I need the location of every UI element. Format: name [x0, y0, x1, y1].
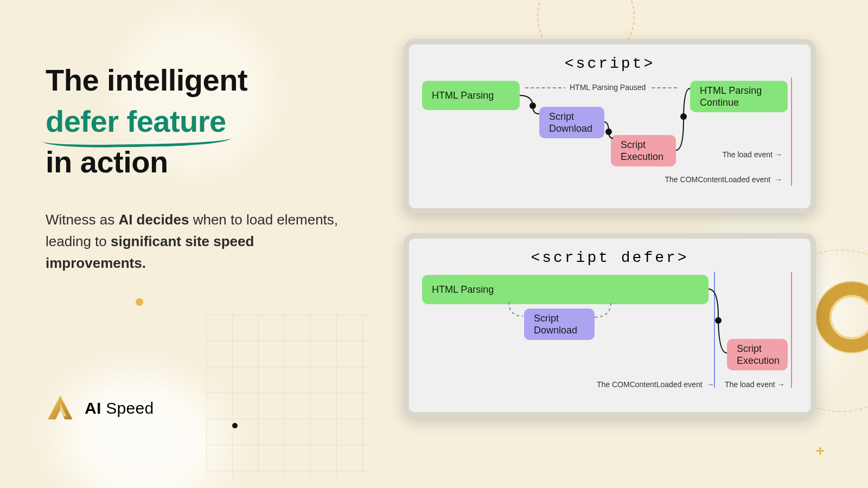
caption-domcontentloaded: The COMContentLoaded event →: [597, 380, 714, 389]
brand-name-rest: Speed: [101, 399, 154, 417]
connector-dot-icon: [605, 129, 612, 135]
subcopy-bold: AI decides: [118, 211, 189, 228]
block-label: Script Download: [549, 111, 592, 135]
block-label: HTML Parsing: [432, 89, 494, 102]
headline-accent: defer feature: [46, 101, 226, 142]
block-label: Script Execution: [737, 343, 780, 367]
block-label: Script Execution: [621, 139, 663, 163]
dot-icon: [136, 298, 143, 306]
hero-copy: The intelligent defer feature in action …: [46, 60, 349, 274]
caption-load-event: The load event→: [722, 150, 782, 159]
dot-icon: [232, 423, 238, 428]
paused-label: HTML Parsing Paused: [565, 83, 650, 92]
card-title: <script>: [422, 55, 797, 72]
caption-text: The load event: [725, 380, 775, 389]
caption-domcontentloaded: The COMContentLoaded event →: [665, 175, 782, 184]
plus-icon: +: [816, 442, 825, 460]
block-label: HTML Parsing Continue: [700, 85, 762, 109]
timeline-defer: HTML Parsing Script Download Script Exec…: [422, 275, 797, 393]
arrow-right-icon: →: [775, 175, 782, 184]
block-script-execution: Script Execution: [727, 339, 788, 370]
brand-name: AI Speed: [85, 399, 154, 418]
timeline-script: HTML Parsing HTML Parsing Paused Script …: [422, 81, 797, 189]
brand: AI Speed: [46, 394, 154, 423]
arrow-right-icon: →: [775, 150, 782, 159]
caption-text: The COMContentLoaded event: [597, 380, 704, 389]
arrow-right-icon: →: [706, 380, 714, 389]
block-label: HTML Parsing: [432, 284, 494, 296]
block-script-download: Script Download: [539, 107, 604, 138]
block-script-download: Script Download: [524, 309, 595, 340]
load-event-line: [791, 78, 792, 186]
connector-dot-icon: [529, 102, 536, 109]
block-script-execution: Script Execution: [611, 135, 676, 166]
diagram-card-script: <script> HTML Parsing HTML Parsing Pause…: [404, 39, 816, 214]
domcontent-line: [714, 272, 715, 388]
diagram-card-script-defer: <script defer> HTML Parsing Script Downl…: [404, 233, 816, 418]
block-label: Script Download: [534, 312, 577, 337]
block-html-parsing: HTML Parsing: [422, 275, 709, 304]
block-html-parsing: HTML Parsing: [422, 81, 520, 110]
headline-line3: in action: [46, 145, 168, 179]
connector-dot-icon: [680, 113, 687, 120]
caption-load-event: The load event→: [725, 380, 785, 389]
block-html-parsing-continue: HTML Parsing Continue: [690, 81, 788, 112]
subcopy-text: Witness as: [46, 211, 118, 228]
brand-logo-icon: [46, 394, 75, 423]
caption-text: The load event: [722, 150, 773, 159]
connector-dot-icon: [715, 317, 722, 324]
arrow-right-icon: →: [777, 380, 785, 389]
load-event-line: [791, 272, 792, 388]
headline-line1: The intelligent: [46, 63, 247, 97]
connector-dashed: [595, 302, 622, 335]
bg-grid: [206, 314, 369, 477]
card-title: <script defer>: [422, 249, 797, 266]
brand-name-bold: AI: [85, 399, 101, 417]
subcopy: Witness as AI decides when to load eleme…: [46, 209, 349, 274]
caption-text: The COMContentLoaded event: [665, 175, 773, 184]
